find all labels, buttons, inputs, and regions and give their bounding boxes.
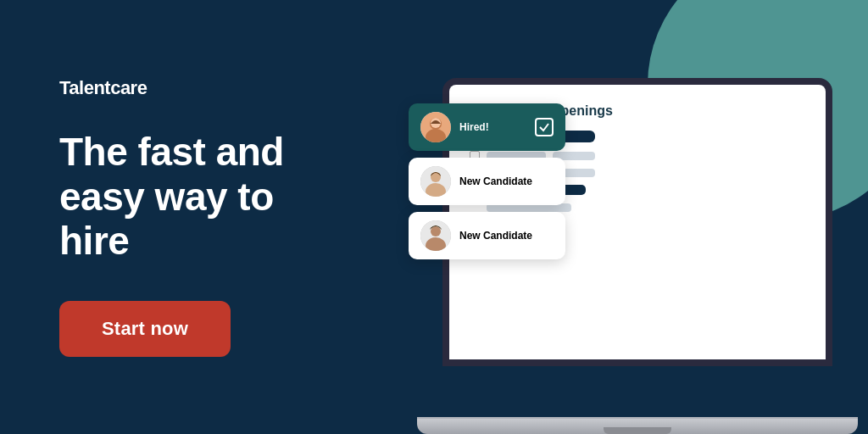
svg-point-8 — [431, 226, 441, 236]
avatar-male1-icon — [420, 166, 451, 197]
laptop-base-notch — [604, 427, 671, 434]
start-now-button[interactable]: Start now — [59, 301, 231, 357]
avatar-female-icon — [420, 112, 451, 142]
candidate-2-name: New Candidate — [459, 230, 554, 242]
hired-candidate-card: Hired! — [409, 103, 565, 151]
right-content-area: Current Job Openings Job Title — [390, 0, 868, 434]
page-background: Talentcare The fast and easy way to hire… — [0, 0, 868, 434]
left-content-area: Talentcare The fast and easy way to hire… — [0, 26, 390, 409]
candidate-card-1: New Candidate — [409, 158, 565, 205]
hired-check-icon — [535, 118, 554, 136]
hired-status-label: Hired! — [459, 121, 526, 133]
avatar — [420, 220, 451, 251]
laptop-base — [417, 419, 858, 434]
brand-name: Talentcare — [59, 77, 147, 99]
candidate-card-2: New Candidate — [409, 212, 565, 259]
laptop-mockup: Current Job Openings Job Title — [409, 78, 849, 434]
avatar — [420, 166, 451, 197]
candidate-1-name: New Candidate — [459, 175, 554, 187]
avatar — [420, 112, 451, 142]
candidates-panel: Hired! — [409, 103, 578, 266]
logo: Talentcare — [59, 77, 339, 99]
headline: The fast and easy way to hire — [59, 130, 339, 264]
avatar-male2-icon — [420, 220, 451, 251]
